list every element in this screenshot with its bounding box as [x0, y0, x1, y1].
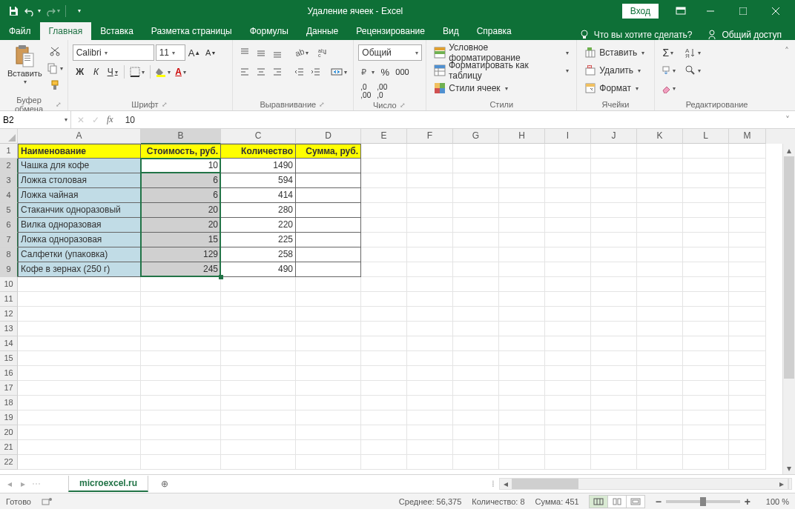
align-top-button[interactable] [237, 44, 252, 61]
row-header[interactable]: 20 [0, 425, 18, 440]
row-header[interactable]: 14 [0, 336, 18, 351]
cell[interactable] [221, 336, 296, 351]
cell[interactable] [221, 440, 296, 455]
cell[interactable] [729, 396, 766, 410]
cell[interactable] [453, 247, 499, 262]
cell[interactable] [591, 440, 637, 455]
cell[interactable] [683, 292, 729, 307]
align-right-button[interactable] [270, 64, 285, 80]
cell[interactable] [18, 277, 141, 292]
cell[interactable] [499, 455, 545, 470]
cell[interactable] [545, 188, 591, 203]
font-name-combo[interactable]: Calibri▾ [73, 44, 154, 61]
cell[interactable] [141, 425, 221, 440]
cell[interactable] [591, 425, 637, 440]
cell[interactable]: 414 [221, 188, 296, 203]
cell[interactable] [453, 159, 499, 173]
cell[interactable] [499, 188, 545, 203]
cell[interactable] [637, 351, 683, 366]
cell[interactable] [18, 381, 141, 396]
sheet-nav-next-icon[interactable]: ▸ [16, 479, 30, 489]
cell[interactable] [729, 455, 766, 470]
cell[interactable] [296, 262, 361, 277]
column-header[interactable]: L [683, 129, 729, 144]
cell[interactable]: 6 [141, 173, 221, 188]
cell[interactable] [499, 396, 545, 410]
tab-data[interactable]: Данные [297, 22, 347, 40]
select-all-button[interactable] [0, 129, 18, 144]
cell[interactable] [499, 173, 545, 188]
cell[interactable] [361, 262, 407, 277]
cell[interactable]: 280 [221, 203, 296, 218]
cell[interactable] [18, 336, 141, 351]
column-header[interactable]: A [18, 129, 141, 144]
cell[interactable] [141, 336, 221, 351]
cell[interactable] [591, 173, 637, 188]
conditional-formatting-button[interactable]: Условное форматирование▾ [431, 44, 572, 61]
cell[interactable] [361, 173, 407, 188]
cell[interactable]: 225 [221, 233, 296, 247]
cell[interactable] [407, 366, 453, 381]
cell[interactable] [407, 322, 453, 336]
cell[interactable] [407, 218, 453, 233]
cell[interactable] [637, 366, 683, 381]
cell[interactable] [683, 381, 729, 396]
increase-font-button[interactable]: A▲ [187, 44, 202, 61]
sheet-tab-active[interactable]: microexcel.ru [68, 476, 148, 492]
cell[interactable] [453, 173, 499, 188]
cell[interactable]: 15 [141, 233, 221, 247]
format-as-table-button[interactable]: Форматировать как таблицу▾ [431, 62, 572, 79]
align-bottom-button[interactable] [270, 44, 285, 61]
redo-icon[interactable]: ▾ [43, 2, 61, 20]
cell[interactable] [407, 159, 453, 173]
zoom-out-button[interactable]: − [656, 496, 662, 508]
cell[interactable] [221, 455, 296, 470]
cell[interactable]: 245 [141, 262, 221, 277]
cell[interactable] [296, 381, 361, 396]
cell[interactable] [729, 262, 766, 277]
cell[interactable] [407, 247, 453, 262]
cell[interactable]: 490 [221, 262, 296, 277]
cell[interactable] [499, 277, 545, 292]
cell[interactable] [729, 247, 766, 262]
cell[interactable] [729, 366, 766, 381]
cell[interactable] [545, 173, 591, 188]
cell[interactable] [18, 410, 141, 425]
formula-input[interactable]: 10 [119, 111, 780, 128]
row-header[interactable]: 15 [0, 351, 18, 366]
insert-function-button[interactable]: fx [107, 114, 113, 125]
cell[interactable] [591, 159, 637, 173]
qat-customize-icon[interactable]: ▾ [70, 2, 88, 20]
column-header[interactable]: C [221, 129, 296, 144]
cell[interactable] [545, 159, 591, 173]
maximize-icon[interactable] [727, 0, 759, 21]
wrap-text-button[interactable]: abc [316, 44, 331, 61]
row-header[interactable]: 8 [0, 247, 18, 262]
cell[interactable] [141, 322, 221, 336]
cell[interactable] [683, 144, 729, 159]
zoom-in-button[interactable]: + [745, 496, 751, 508]
normal-view-button[interactable] [589, 495, 608, 508]
cell[interactable] [221, 351, 296, 366]
scroll-down-icon[interactable]: ▾ [783, 462, 795, 474]
accounting-format-button[interactable]: ₽▾ [358, 64, 376, 80]
cell[interactable] [683, 173, 729, 188]
number-format-combo[interactable]: Общий▾ [358, 44, 422, 61]
cell[interactable] [637, 425, 683, 440]
cell[interactable] [637, 322, 683, 336]
cell[interactable] [296, 396, 361, 410]
align-middle-button[interactable] [254, 44, 268, 61]
cell[interactable]: Чашка для кофе [18, 159, 141, 173]
cell[interactable] [221, 381, 296, 396]
cell[interactable] [407, 203, 453, 218]
cell[interactable]: Кофе в зернах (250 г) [18, 262, 141, 277]
cell-styles-button[interactable]: Стили ячеек▾ [431, 80, 510, 96]
row-header[interactable]: 17 [0, 381, 18, 396]
cell[interactable] [637, 396, 683, 410]
cell[interactable] [407, 381, 453, 396]
cell[interactable] [407, 336, 453, 351]
align-center-button[interactable] [254, 64, 268, 80]
row-header[interactable]: 2 [0, 159, 18, 173]
cell[interactable] [453, 188, 499, 203]
scroll-thumb[interactable] [784, 156, 794, 379]
